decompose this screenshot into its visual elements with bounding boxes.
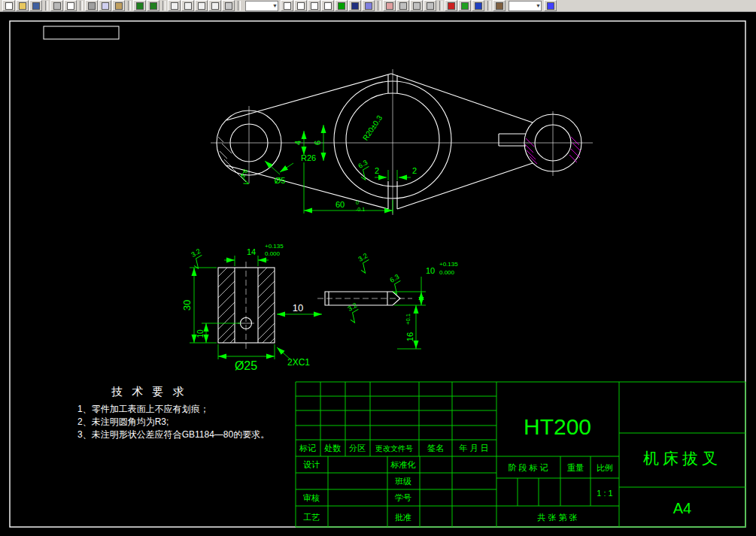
dim-14: 14 bbox=[247, 247, 256, 256]
dim-60: 60 bbox=[335, 200, 345, 209]
header-date: 年 月 日 bbox=[458, 444, 488, 453]
zoom-all-icon[interactable] bbox=[208, 0, 221, 11]
dim-dia5: Ø5 bbox=[275, 176, 286, 185]
properties-icon[interactable] bbox=[493, 0, 506, 11]
toolbar-separator bbox=[487, 1, 490, 11]
pan-icon[interactable] bbox=[222, 0, 235, 11]
toolbar-separator bbox=[80, 1, 83, 11]
cad-application-window: ▼▼ bbox=[0, 0, 756, 536]
dim-30: 30 bbox=[181, 300, 193, 310]
text-icon[interactable] bbox=[348, 0, 361, 11]
header-change-file: 更改文件号 bbox=[375, 444, 413, 453]
header-count: 处数 bbox=[324, 444, 341, 453]
hatch-icon[interactable] bbox=[362, 0, 375, 11]
toolbar-separator bbox=[378, 1, 381, 11]
mirror-icon[interactable] bbox=[424, 0, 436, 11]
cell-approve: 批准 bbox=[395, 513, 411, 522]
dim-10-offset: 10 bbox=[196, 329, 205, 338]
copy-icon[interactable] bbox=[99, 0, 111, 11]
header-signature: 签名 bbox=[427, 444, 444, 453]
tech-req-item-2: 2、未注明圆角均为R3; bbox=[77, 416, 169, 427]
cell-stage-mark: 阶 段 标 记 bbox=[508, 463, 548, 472]
arc-icon[interactable] bbox=[308, 0, 320, 11]
circle-icon[interactable] bbox=[294, 0, 307, 11]
toolbar-separator bbox=[238, 1, 241, 11]
toolbar-separator bbox=[128, 1, 131, 11]
dim-10r-sub: 0.000 bbox=[439, 269, 455, 276]
dim-60-sup: 0 bbox=[356, 200, 359, 205]
style-combo[interactable]: ▼ bbox=[509, 1, 542, 11]
dim-2xc1: 2XC1 bbox=[287, 357, 310, 368]
dim-10r: 10 bbox=[426, 266, 435, 275]
dimension-icon[interactable] bbox=[335, 0, 348, 11]
toolbar: ▼▼ bbox=[0, 0, 756, 12]
chevron-down-icon: ▼ bbox=[272, 3, 278, 8]
save-icon[interactable] bbox=[29, 0, 42, 11]
cell-sheets: 共 张 第 张 bbox=[536, 513, 577, 522]
dim-dia25: Ø25 bbox=[235, 359, 257, 372]
header-mark: 标记 bbox=[299, 444, 316, 453]
dim-14-sub: 0.000 bbox=[265, 250, 281, 257]
undo-icon[interactable] bbox=[133, 0, 146, 11]
zoom-out-icon[interactable] bbox=[181, 0, 194, 11]
dim-6: 6 bbox=[313, 141, 322, 145]
header-zone: 分区 bbox=[349, 444, 366, 453]
line-icon[interactable] bbox=[281, 0, 293, 11]
cell-process: 工艺 bbox=[303, 513, 320, 522]
cell-scale: 比例 bbox=[597, 463, 613, 472]
tech-req-item-3: 3、未注明形状公差应符合GB1184—80的要求。 bbox=[77, 429, 269, 440]
rectangle-icon[interactable] bbox=[321, 0, 334, 11]
part-name-label: 机床拔叉 bbox=[643, 450, 721, 467]
cell-design: 设计 bbox=[303, 460, 320, 469]
layer-combo[interactable]: ▼ bbox=[245, 1, 278, 11]
material-label: HT200 bbox=[524, 414, 591, 439]
rotate-icon[interactable] bbox=[410, 0, 423, 11]
paste-icon[interactable] bbox=[112, 0, 125, 11]
cell-check: 审核 bbox=[303, 493, 320, 502]
open-icon[interactable] bbox=[16, 0, 29, 11]
cell-class: 班级 bbox=[395, 477, 411, 486]
dim-4: 4 bbox=[293, 141, 302, 145]
dim-16-sup: +0.1 bbox=[405, 313, 411, 325]
paper-size-label: A4 bbox=[673, 500, 691, 516]
red-tool-icon[interactable] bbox=[445, 0, 457, 11]
redo-icon[interactable] bbox=[147, 0, 159, 11]
dim-10-jaw: 10 bbox=[293, 302, 303, 313]
tech-req-item-1: 1、零件加工表面上不应有划痕； bbox=[77, 404, 209, 414]
zoom-window-icon[interactable] bbox=[195, 0, 208, 11]
print-icon[interactable] bbox=[50, 0, 63, 11]
dim-60-sub: -0.1 bbox=[356, 207, 365, 212]
green-tool-icon[interactable] bbox=[458, 0, 471, 11]
toolbar-separator bbox=[162, 1, 165, 11]
cell-weight: 重量 bbox=[567, 463, 584, 472]
zoom-in-icon[interactable] bbox=[168, 0, 181, 11]
cell-standardize: 标准化 bbox=[390, 460, 416, 469]
blue-tool-icon[interactable] bbox=[472, 0, 484, 11]
move-icon[interactable] bbox=[396, 0, 409, 11]
dim-r26: R26 bbox=[301, 153, 316, 162]
dim-slot-2-left: 2 bbox=[375, 166, 379, 175]
new-icon[interactable] bbox=[2, 0, 15, 11]
cell-student-no: 学号 bbox=[395, 493, 411, 502]
dim-slot-2-right: 2 bbox=[412, 166, 417, 175]
print-preview-icon[interactable] bbox=[64, 0, 77, 11]
tech-req-title: 技 术 要 求 bbox=[111, 385, 187, 398]
toolbar-separator bbox=[439, 1, 442, 11]
cut-icon[interactable] bbox=[85, 0, 98, 11]
drawing-canvas[interactable]: 4 6 R26 Ø5 R20±0.3 60 0 -0.1 2 2 6.3 1.6 bbox=[0, 12, 756, 536]
dim-14-sup: +0.135 bbox=[265, 243, 284, 250]
dim-16: 16 bbox=[405, 332, 414, 341]
help-icon[interactable] bbox=[544, 0, 557, 11]
dim-10r-sup: +0.135 bbox=[439, 261, 458, 268]
erase-icon[interactable] bbox=[383, 0, 396, 11]
cell-scale-value: 1 : 1 bbox=[597, 489, 612, 498]
chevron-down-icon: ▼ bbox=[536, 3, 541, 8]
toolbar-separator bbox=[45, 1, 48, 11]
